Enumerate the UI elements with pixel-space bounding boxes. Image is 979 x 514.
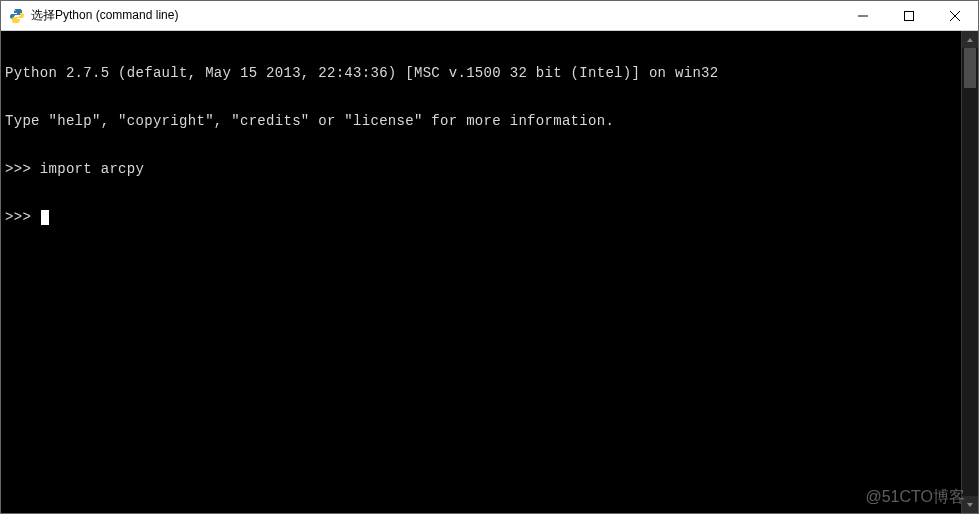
console-area: Python 2.7.5 (default, May 15 2013, 22:4… [1,31,978,513]
maximize-button[interactable] [886,1,932,30]
svg-point-1 [18,20,19,21]
scrollbar-track[interactable] [962,48,978,496]
console-prompt-line-2: >>> [5,209,957,225]
console-line-version: Python 2.7.5 (default, May 15 2013, 22:4… [5,65,957,81]
titlebar[interactable]: 选择Python (command line) [1,1,978,31]
prompt-prefix: >>> [5,209,40,225]
window-controls [840,1,978,30]
scrollbar-thumb[interactable] [964,48,976,88]
prompt-prefix: >>> [5,161,40,177]
cursor [41,210,49,225]
svg-marker-6 [967,38,973,42]
python-icon [9,8,25,24]
svg-rect-3 [905,11,914,20]
svg-marker-7 [967,503,973,507]
console-output[interactable]: Python 2.7.5 (default, May 15 2013, 22:4… [1,31,961,513]
scroll-down-arrow-icon[interactable] [962,496,978,513]
window-title: 选择Python (command line) [31,7,178,24]
close-button[interactable] [932,1,978,30]
app-window: 选择Python (command line) Python 2.7.5 (de… [0,0,979,514]
console-line-info: Type "help", "copyright", "credits" or "… [5,113,957,129]
console-prompt-line-1: >>> import arcpy [5,161,957,177]
minimize-button[interactable] [840,1,886,30]
vertical-scrollbar[interactable] [961,31,978,513]
prompt-command: import arcpy [40,161,144,177]
svg-point-0 [14,9,15,10]
scroll-up-arrow-icon[interactable] [962,31,978,48]
